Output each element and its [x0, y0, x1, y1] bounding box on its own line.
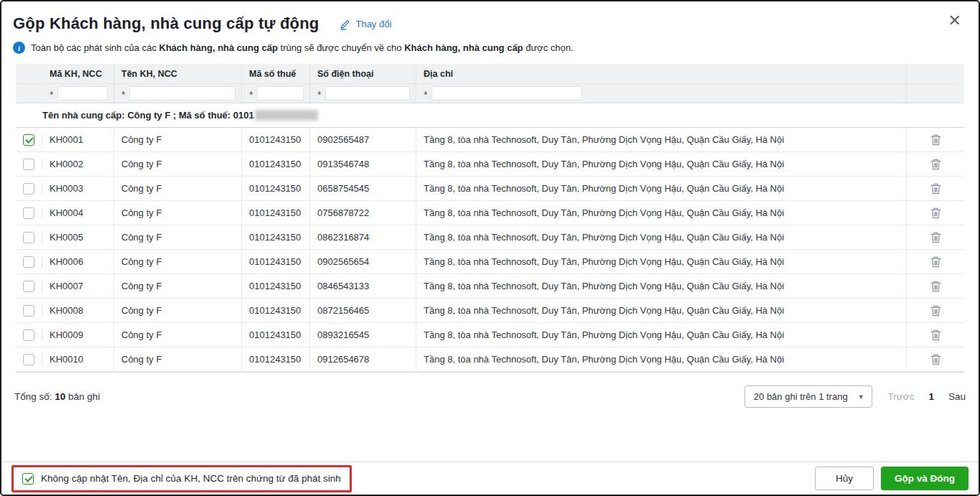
table-header-row: Mã KH, NCC Tên KH, NCC Mã số thuế Số điệ… [16, 64, 964, 84]
cancel-button[interactable]: Hủy [815, 467, 874, 490]
merge-and-close-button[interactable]: Gộp và Đóng [881, 467, 969, 490]
table-row[interactable]: KH0007 Công ty F 0101243150 0846543133 T… [16, 274, 964, 299]
filter-input-phone[interactable] [325, 86, 410, 100]
cell-code: KH0004 [42, 201, 114, 225]
delete-button[interactable] [928, 352, 943, 368]
info-banner: i Toàn bộ các phát sinh của các Khách hà… [13, 42, 967, 54]
filter-input-code[interactable] [57, 86, 108, 100]
cell-code: KH0010 [42, 347, 114, 371]
row-checkbox[interactable] [23, 232, 34, 243]
pagination-next[interactable]: Sau [948, 391, 966, 402]
trash-icon [930, 231, 942, 244]
filter-operator-name[interactable]: * [121, 89, 125, 100]
cell-code: KH0005 [42, 225, 114, 249]
cell-code: KH0003 [42, 177, 114, 200]
delete-button[interactable] [928, 156, 943, 172]
row-checkbox[interactable] [23, 207, 34, 219]
cell-phone: 0862316874 [310, 225, 416, 249]
total-count: 10 [55, 391, 65, 402]
delete-button[interactable] [928, 279, 943, 294]
cell-phone: 0658754545 [310, 177, 416, 200]
pagination-prev[interactable]: Trước [888, 391, 915, 402]
cell-address: Tầng 8, tòa nhà Technosoft, Duy Tân, Phư… [416, 250, 907, 273]
cell-code: KH0002 [42, 152, 114, 176]
cell-address: Tầng 8, tòa nhà Technosoft, Duy Tân, Phư… [416, 128, 907, 151]
select-cell [16, 232, 42, 243]
table-row[interactable]: KH0010 Công ty F 0101243150 0912654678 T… [16, 347, 964, 372]
trash-icon [930, 280, 942, 293]
filter-input-name[interactable] [129, 86, 235, 100]
delete-button[interactable] [928, 327, 943, 343]
delete-button[interactable] [928, 303, 943, 319]
page-size-label: 20 bản ghi trên 1 trang [754, 391, 848, 402]
row-checkbox[interactable] [23, 281, 34, 292]
row-checkbox[interactable] [23, 305, 34, 317]
delete-button[interactable] [928, 254, 943, 270]
filter-operator-phone[interactable]: * [317, 89, 321, 100]
change-link[interactable]: Thay đổi [339, 18, 391, 30]
cell-tax-code: 0101243150 [242, 250, 310, 273]
table-row[interactable]: KH0008 Công ty F 0101243150 0872156465 T… [16, 299, 964, 323]
select-cell [16, 281, 42, 292]
actions-cell [907, 303, 964, 319]
cell-name: Công ty F [114, 274, 242, 298]
delete-button[interactable] [928, 132, 943, 148]
filter-operator-taxcode[interactable]: * [249, 89, 253, 100]
page-title: Gộp Khách hàng, nhà cung cấp tự động [13, 14, 319, 33]
table-row[interactable]: KH0006 Công ty F 0101243150 0902565654 T… [16, 250, 964, 274]
actions-cell [907, 327, 964, 343]
page-size-select[interactable]: 20 bản ghi trên 1 trang ▼ [745, 385, 872, 408]
filter-input-address[interactable] [431, 86, 582, 100]
cell-tax-code: 0101243150 [242, 347, 310, 371]
table-row[interactable]: KH0005 Công ty F 0101243150 0862316874 T… [16, 225, 964, 250]
row-checkbox[interactable] [23, 354, 34, 365]
pagination: 20 bản ghi trên 1 trang ▼ Trước 1 Sau [745, 385, 966, 408]
delete-button[interactable] [928, 181, 943, 197]
table-row[interactable]: KH0003 Công ty F 0101243150 0658754545 T… [16, 177, 964, 201]
delete-button[interactable] [928, 205, 943, 221]
highlight-box: Không cập nhật Tên, Địa chỉ của KH, NCC … [11, 465, 352, 492]
row-checkbox[interactable] [23, 159, 34, 170]
row-checkbox[interactable] [23, 329, 34, 341]
row-checkbox[interactable] [23, 256, 34, 268]
cell-phone: 0846543133 [310, 274, 416, 298]
select-cell [16, 256, 42, 268]
cell-address: Tầng 8, tòa nhà Technosoft, Duy Tân, Phư… [416, 225, 907, 249]
table-row[interactable]: KH0009 Công ty F 0101243150 0893216545 T… [16, 323, 964, 347]
row-checkbox[interactable] [23, 134, 34, 146]
cell-tax-code: 0101243150 [242, 299, 310, 322]
change-link-label: Thay đổi [355, 19, 391, 29]
cell-name: Công ty F [114, 323, 242, 347]
edit-pencil-icon [339, 18, 351, 30]
select-cell [16, 329, 42, 341]
close-icon[interactable]: ✕ [948, 13, 961, 29]
cell-tax-code: 0101243150 [242, 225, 310, 249]
filter-input-taxcode[interactable] [257, 86, 304, 100]
filter-operator-code[interactable]: * [50, 89, 53, 100]
cell-tax-code: 0101243150 [242, 152, 310, 176]
delete-button[interactable] [928, 230, 943, 245]
filter-operator-address[interactable]: * [424, 89, 427, 100]
row-checkbox[interactable] [23, 183, 34, 195]
cell-phone: 0913546748 [310, 152, 416, 176]
filter-row: * * * * * [16, 84, 964, 103]
group-header-text: Tên nhà cung cấp: Công ty F ; Mã số thuế… [42, 110, 254, 121]
actions-cell [907, 205, 964, 221]
total-summary: Tổng số: 10 bản ghi [14, 391, 100, 402]
table-row[interactable]: KH0001 Công ty F 0101243150 0902565487 T… [16, 128, 964, 152]
trash-icon [930, 304, 942, 317]
trash-icon [930, 158, 942, 171]
cell-name: Công ty F [114, 128, 242, 151]
update-docs-checkbox[interactable] [22, 473, 34, 485]
cell-code: KH0007 [42, 274, 114, 298]
table-row[interactable]: KH0002 Công ty F 0101243150 0913546748 T… [16, 152, 964, 177]
cell-name: Công ty F [114, 152, 242, 176]
pagination-current-page[interactable]: 1 [928, 391, 934, 402]
actions-cell [907, 156, 964, 172]
cell-code: KH0001 [42, 128, 114, 151]
cell-tax-code: 0101243150 [242, 323, 310, 347]
table-row[interactable]: KH0004 Công ty F 0101243150 0756878722 T… [16, 201, 964, 225]
select-cell [16, 207, 42, 219]
cell-tax-code: 0101243150 [242, 177, 310, 200]
cell-address: Tầng 8, tòa nhà Technosoft, Duy Tân, Phư… [416, 299, 907, 322]
